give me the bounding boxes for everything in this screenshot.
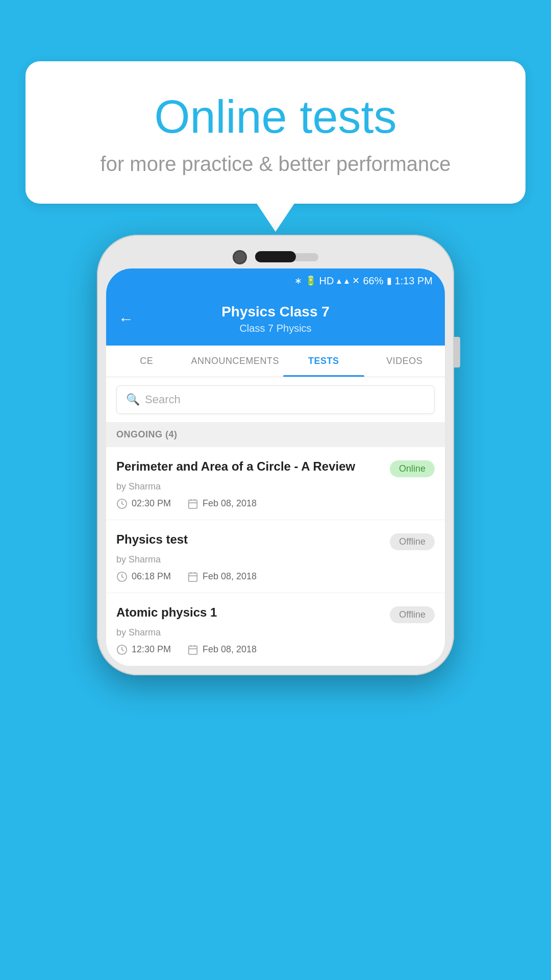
status-bar: ∗ 🔋 HD ▴ ▴ ✕ 66% ▮ 1:13 PM [106, 268, 445, 293]
battery-percent: 66% [363, 275, 383, 287]
calendar-icon [187, 498, 198, 509]
section-ongoing: ONGOING (4) [106, 422, 445, 447]
phone-wrapper: ∗ 🔋 HD ▴ ▴ ✕ 66% ▮ 1:13 PM ← Physics Cla… [97, 235, 454, 675]
svg-rect-11 [189, 646, 197, 654]
speech-bubble: Online tests for more practice & better … [26, 61, 525, 204]
clock-icon [116, 498, 128, 509]
time-value: 06:18 PM [132, 571, 171, 582]
test-author: by Sharma [116, 627, 435, 638]
test-badge-offline: Offline [390, 533, 435, 550]
test-item-header: Physics test Offline [116, 531, 435, 550]
vibrate-icon: 🔋 [305, 275, 316, 286]
header-title: Physics Class 7 [118, 303, 433, 321]
test-author: by Sharma [116, 554, 435, 565]
test-item-header: Atomic physics 1 Offline [116, 604, 435, 623]
clock-icon [116, 571, 128, 582]
test-time: 02:30 PM [116, 498, 171, 509]
svg-rect-6 [189, 573, 197, 581]
test-badge-online: Online [390, 460, 435, 477]
test-meta: 02:30 PM Feb 08, 2018 [116, 498, 435, 509]
phone-home-button [255, 251, 296, 262]
date-value: Feb 08, 2018 [203, 498, 257, 509]
tab-videos[interactable]: VIDEOS [364, 346, 445, 377]
test-title: Physics test [116, 531, 382, 547]
tab-ce[interactable]: CE [106, 346, 187, 377]
test-meta: 12:30 PM Feb 08, 2018 [116, 644, 435, 655]
test-date: Feb 08, 2018 [187, 644, 257, 655]
calendar-icon [187, 644, 198, 655]
test-time: 06:18 PM [116, 571, 171, 582]
no-signal-icon: ✕ [352, 275, 360, 286]
tab-tests[interactable]: TESTS [283, 346, 364, 377]
test-time: 12:30 PM [116, 644, 171, 655]
search-bar-container: 🔍 Search [106, 377, 445, 422]
time-value: 02:30 PM [132, 498, 171, 509]
test-item[interactable]: Atomic physics 1 Offline by Sharma 12:30… [106, 593, 445, 666]
test-author: by Sharma [116, 481, 435, 492]
phone-screen: ∗ 🔋 HD ▴ ▴ ✕ 66% ▮ 1:13 PM ← Physics Cla… [106, 268, 445, 666]
bubble-subtitle: for more practice & better performance [56, 153, 495, 176]
wifi-icon: ▴ [337, 275, 341, 286]
app-header: ← Physics Class 7 Class 7 Physics [106, 293, 445, 346]
phone-outer: ∗ 🔋 HD ▴ ▴ ✕ 66% ▮ 1:13 PM ← Physics Cla… [97, 235, 454, 675]
search-placeholder-text: Search [145, 393, 181, 406]
test-item-header: Perimeter and Area of a Circle - A Revie… [116, 458, 435, 477]
back-button[interactable]: ← [118, 310, 134, 328]
phone-camera [233, 250, 247, 264]
calendar-icon [187, 571, 198, 582]
test-title: Atomic physics 1 [116, 604, 382, 620]
test-badge-offline: Offline [390, 606, 435, 623]
test-item[interactable]: Perimeter and Area of a Circle - A Revie… [106, 447, 445, 520]
header-subtitle: Class 7 Physics [118, 323, 433, 334]
battery-icon: ▮ [387, 275, 392, 286]
test-date: Feb 08, 2018 [187, 571, 257, 582]
svg-rect-1 [189, 500, 197, 508]
bluetooth-icon: ∗ [294, 275, 302, 286]
status-icons: ∗ 🔋 HD ▴ ▴ ✕ 66% ▮ 1:13 PM [294, 275, 433, 287]
search-icon: 🔍 [126, 393, 140, 406]
tabs-bar: CE ANNOUNCEMENTS TESTS VIDEOS [106, 346, 445, 377]
test-title: Perimeter and Area of a Circle - A Revie… [116, 458, 382, 474]
hd-badge: HD [319, 275, 334, 287]
time-display: 1:13 PM [395, 275, 433, 287]
phone-top-bar [106, 244, 445, 268]
date-value: Feb 08, 2018 [203, 571, 257, 582]
bubble-title: Online tests [56, 92, 495, 142]
time-value: 12:30 PM [132, 644, 171, 655]
signal-icon: ▴ [344, 275, 349, 286]
clock-icon [116, 644, 128, 655]
date-value: Feb 08, 2018 [203, 644, 257, 655]
test-meta: 06:18 PM Feb 08, 2018 [116, 571, 435, 582]
test-date: Feb 08, 2018 [187, 498, 257, 509]
tab-announcements[interactable]: ANNOUNCEMENTS [187, 346, 284, 377]
search-input[interactable]: 🔍 Search [116, 385, 435, 414]
test-item[interactable]: Physics test Offline by Sharma 06:18 PM [106, 520, 445, 593]
